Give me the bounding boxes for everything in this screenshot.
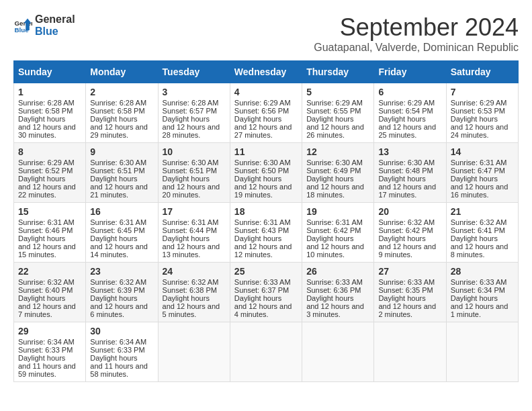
daylight-line: Daylight hours [163,234,226,242]
daylight-line: Daylight hours [451,234,514,242]
logo: General Blue General Blue [13,13,75,38]
daylight-detail: and 12 hours and 22 minutes. [18,183,81,199]
day-number: 21 [451,206,514,217]
day-number: 6 [378,87,441,97]
calendar-cell: 19Sunrise: 6:31 AMSunset: 6:42 PMDayligh… [302,203,374,263]
day-number: 12 [306,146,369,157]
calendar-cell: 21Sunrise: 6:32 AMSunset: 6:41 PMDayligh… [446,203,518,263]
weekday-header-wednesday: Wednesday [230,61,302,83]
daylight-detail: and 12 hours and 1 minute. [451,302,514,318]
day-number: 18 [234,206,298,217]
daylight-line: Daylight hours [90,175,153,183]
day-number: 8 [18,146,81,157]
calendar-week-row: 15Sunrise: 6:31 AMSunset: 6:46 PMDayligh… [14,203,519,263]
calendar-cell: 28Sunrise: 6:33 AMSunset: 6:34 PMDayligh… [446,263,518,322]
sunset-line: Sunset: 6:37 PM [234,286,298,294]
sunrise-line: Sunrise: 6:31 AM [163,218,226,226]
weekday-header-row: SundayMondayTuesdayWednesdayThursdayFrid… [14,61,519,83]
calendar-cell: 8Sunrise: 6:29 AMSunset: 6:52 PMDaylight… [14,143,86,203]
calendar-cell: 16Sunrise: 6:31 AMSunset: 6:45 PMDayligh… [86,203,158,263]
sunset-line: Sunset: 6:38 PM [163,286,226,294]
daylight-line: Daylight hours [378,294,441,302]
sunrise-line: Sunrise: 6:29 AM [306,99,369,107]
sunrise-line: Sunrise: 6:28 AM [90,99,153,107]
weekday-header-thursday: Thursday [302,61,374,83]
daylight-detail: and 12 hours and 15 minutes. [18,242,81,259]
daylight-detail: and 12 hours and 30 minutes. [18,123,81,139]
day-number: 26 [306,266,369,277]
weekday-header-saturday: Saturday [446,61,518,83]
daylight-line: Daylight hours [18,175,81,183]
sunset-line: Sunset: 6:48 PM [378,167,441,175]
calendar-cell: 4Sunrise: 6:29 AMSunset: 6:56 PMDaylight… [230,83,302,143]
weekday-header-monday: Monday [86,61,158,83]
calendar-cell: 12Sunrise: 6:30 AMSunset: 6:49 PMDayligh… [302,143,374,203]
sunset-line: Sunset: 6:34 PM [451,286,514,294]
daylight-line: Daylight hours [163,115,226,123]
day-number: 17 [163,206,226,217]
day-number: 9 [90,146,153,157]
daylight-detail: and 12 hours and 7 minutes. [18,302,81,318]
day-number: 23 [90,266,153,277]
day-number: 20 [378,206,441,217]
day-number: 2 [90,87,153,97]
day-number: 16 [90,206,153,217]
sunset-line: Sunset: 6:45 PM [90,226,153,234]
sunrise-line: Sunrise: 6:33 AM [234,278,298,286]
daylight-detail: and 12 hours and 21 minutes. [90,183,153,199]
sunset-line: Sunset: 6:55 PM [306,107,369,115]
sunset-line: Sunset: 6:40 PM [18,286,81,294]
sunset-line: Sunset: 6:36 PM [306,286,369,294]
daylight-line: Daylight hours [378,234,441,242]
daylight-detail: and 12 hours and 18 minutes. [306,183,369,199]
sunset-line: Sunset: 6:49 PM [306,167,369,175]
header: General Blue General Blue September 2024… [13,13,519,54]
daylight-line: Daylight hours [18,294,81,302]
calendar-week-row: 8Sunrise: 6:29 AMSunset: 6:52 PMDaylight… [14,143,519,203]
sunset-line: Sunset: 6:42 PM [306,226,369,234]
daylight-line: Daylight hours [234,115,298,123]
sunrise-line: Sunrise: 6:34 AM [18,338,81,346]
sunset-line: Sunset: 6:50 PM [234,167,298,175]
calendar-cell: 25Sunrise: 6:33 AMSunset: 6:37 PMDayligh… [230,263,302,322]
daylight-line: Daylight hours [451,294,514,302]
daylight-detail: and 12 hours and 9 minutes. [378,242,441,259]
day-number: 10 [163,146,226,157]
title-section: September 2024 Guatapanal, Valverde, Dom… [314,13,519,54]
daylight-detail: and 12 hours and 19 minutes. [234,183,298,199]
daylight-line: Daylight hours [90,294,153,302]
calendar-cell: 6Sunrise: 6:29 AMSunset: 6:54 PMDaylight… [374,83,446,143]
daylight-detail: and 12 hours and 12 minutes. [234,242,298,259]
daylight-detail: and 11 hours and 59 minutes. [18,362,81,378]
sunrise-line: Sunrise: 6:31 AM [234,218,298,226]
calendar-cell: 27Sunrise: 6:33 AMSunset: 6:35 PMDayligh… [374,263,446,322]
logo-icon: General Blue [13,16,32,35]
day-number: 15 [18,206,81,217]
calendar-cell: 13Sunrise: 6:30 AMSunset: 6:48 PMDayligh… [374,143,446,203]
sunset-line: Sunset: 6:47 PM [451,167,514,175]
calendar-title: September 2024 [314,13,519,42]
sunset-line: Sunset: 6:46 PM [18,226,81,234]
sunset-line: Sunset: 6:51 PM [163,167,226,175]
calendar-cell: 15Sunrise: 6:31 AMSunset: 6:46 PMDayligh… [14,203,86,263]
day-number: 22 [18,266,81,277]
calendar-cell: 14Sunrise: 6:31 AMSunset: 6:47 PMDayligh… [446,143,518,203]
calendar-cell: 1Sunrise: 6:28 AMSunset: 6:58 PMDaylight… [14,83,86,143]
daylight-detail: and 12 hours and 2 minutes. [378,302,441,318]
daylight-detail: and 12 hours and 13 minutes. [163,242,226,259]
day-number: 25 [234,266,298,277]
logo-general: General [35,13,75,26]
calendar-cell: 30Sunrise: 6:34 AMSunset: 6:33 PMDayligh… [86,322,158,382]
calendar-cell: 18Sunrise: 6:31 AMSunset: 6:43 PMDayligh… [230,203,302,263]
calendar-cell: 11Sunrise: 6:30 AMSunset: 6:50 PMDayligh… [230,143,302,203]
daylight-detail: and 12 hours and 26 minutes. [306,123,369,139]
calendar-cell: 26Sunrise: 6:33 AMSunset: 6:36 PMDayligh… [302,263,374,322]
sunrise-line: Sunrise: 6:33 AM [378,278,441,286]
calendar-cell: 5Sunrise: 6:29 AMSunset: 6:55 PMDaylight… [302,83,374,143]
daylight-line: Daylight hours [163,294,226,302]
daylight-line: Daylight hours [18,115,81,123]
daylight-detail: and 12 hours and 5 minutes. [163,302,226,318]
daylight-detail: and 12 hours and 10 minutes. [306,242,369,259]
sunrise-line: Sunrise: 6:32 AM [18,278,81,286]
daylight-detail: and 12 hours and 3 minutes. [306,302,369,318]
